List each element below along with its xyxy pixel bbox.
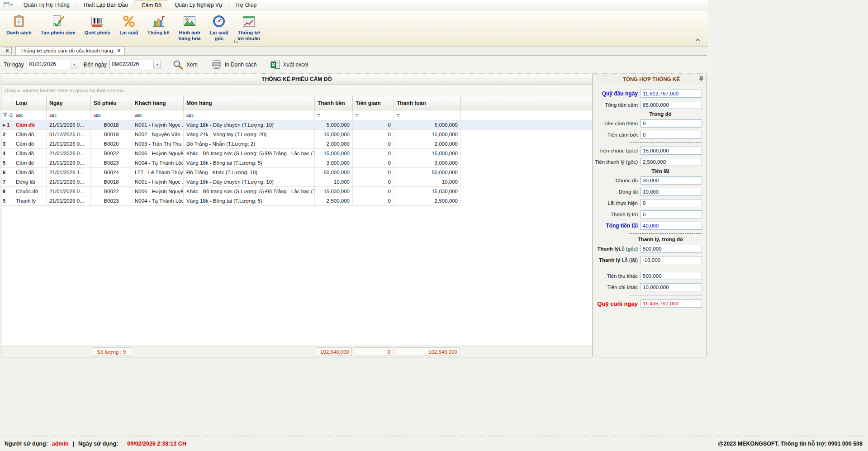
grid-title: THỐNG KÊ PHIẾU CẦM ĐỒ (1, 74, 592, 85)
filter-cell-ngay[interactable]: aBc (47, 110, 91, 120)
summary-field-value[interactable]: 0 (640, 210, 702, 218)
summary-field-label: Thanh lý lời (611, 212, 638, 217)
summary-field-value[interactable]: 11,512,757,000 (640, 90, 702, 98)
table-row[interactable]: 4Cầm đồ21/01/2026 0...B0022N006 - Huỳnh … (1, 149, 592, 158)
cell-so_phieu: B0024 (91, 168, 132, 177)
filter-cell-thanh_toan[interactable]: = (394, 110, 461, 120)
filter-cell-khach_hang[interactable]: aBc (132, 110, 184, 120)
copyright-text: @2023 MEKONGSOFT. Thông tin hỗ trợ: 0901… (718, 441, 863, 447)
ribbon-button-2[interactable]: Quét phiếu (81, 12, 114, 37)
table-row[interactable]: 8Chuộc đồ21/01/2026 0...B0022N006 - Huỳn… (1, 187, 592, 196)
from-date-input[interactable]: 01/01/2026 ▼ (27, 60, 78, 69)
auto-filter-row: -2aBcaBcaBcaBcaBc=== (1, 110, 592, 120)
column-header-ngay[interactable]: Ngày (47, 96, 91, 110)
filter-cell-tien_giam[interactable]: = (353, 110, 394, 120)
cell-filler (461, 120, 592, 130)
summary-field-value[interactable]: 2,500,000 (640, 158, 702, 166)
summary-field-value[interactable]: 0 (640, 131, 702, 139)
product-image-icon (182, 14, 197, 28)
statusbar-separator: | (73, 441, 75, 447)
ribbon-button-3[interactable]: Lãi suất (116, 12, 142, 37)
ribbon-collapse-button[interactable] (693, 37, 702, 43)
column-header-thanh_toan[interactable]: Thanh toán (394, 96, 461, 110)
summary-field-value[interactable]: 85,000,000 (640, 101, 702, 109)
column-header-tien_giam[interactable]: Tiền giảm (353, 96, 394, 110)
row-number: 6 (3, 170, 5, 175)
view-button[interactable]: Xem (171, 59, 199, 71)
menu-tab-3[interactable]: Quản Lý Nghiệp Vụ (168, 0, 229, 10)
pin-icon[interactable] (699, 76, 704, 81)
column-header-khach_hang[interactable]: Khách hàng (132, 96, 184, 110)
summary-field-value[interactable]: 10,000,000 (640, 283, 702, 291)
row-indicator: 8 (1, 187, 13, 196)
table-row[interactable]: 2Cầm đồ01/12/2025 0...B0019N002 - Nguyễn… (1, 130, 592, 139)
cell-thanh_toan: 2,500,000 (394, 196, 461, 206)
cell-khach_hang: N006 - Huỳnh Nguyễ... (132, 187, 184, 196)
cell-filler (461, 187, 592, 196)
dropdown-arrow-icon[interactable]: ▼ (153, 60, 161, 69)
summary-field-value[interactable]: 10,000 (640, 188, 702, 196)
filter-row-indicator: -2 (1, 110, 13, 120)
menu-tab-0[interactable]: Quản Trị Hệ Thống (17, 0, 76, 10)
document-tab[interactable]: Thống kê phiếu cầm đồ của khách hàng × (15, 46, 125, 55)
summary-field-value[interactable]: 40,000 (640, 222, 702, 230)
summary-field-value[interactable]: 500,000 (640, 272, 702, 280)
close-tab-icon[interactable]: × (118, 48, 121, 53)
cell-so_phieu: B0019 (91, 130, 132, 139)
table-row[interactable]: 7Đóng lãi21/01/2026 0...B0018N001 - Huỳn… (1, 177, 592, 187)
row-indicator: 5 (1, 158, 13, 168)
ribbon-button-6[interactable]: Lãi suất gốc (206, 12, 232, 43)
filter-cell-loai[interactable]: aBc (13, 110, 47, 120)
ribbon-button-7[interactable]: Thống kê lợi nhuận (234, 12, 264, 43)
ribbon-group-launcher[interactable] (233, 38, 239, 44)
summary-field-value[interactable]: 0 (640, 199, 702, 207)
menu-tab-1[interactable]: Thiết Lập Ban Đầu (76, 0, 135, 10)
summary-field: Thanh lýLỗ (lãi)-10,000 (596, 254, 707, 266)
filter-cell-so_phieu[interactable]: aBc (91, 110, 132, 120)
column-header-thanh_tien[interactable]: Thành tiền (315, 96, 353, 110)
menu-tab-2[interactable]: Cầm Đồ (135, 0, 168, 10)
summary-field-value[interactable]: 0 (640, 119, 702, 128)
cell-loai: Đóng lãi (13, 177, 47, 187)
ribbon-button-0[interactable]: Danh sách (3, 12, 35, 37)
summary-field-value[interactable]: 15,000,000 (640, 147, 702, 155)
row-indicator: 4 (1, 149, 13, 158)
table-row[interactable]: 5Cầm đồ21/01/2026 0...B0023N004 - Tạ Thà… (1, 158, 592, 168)
filter-cell-thanh_tien[interactable]: = (315, 110, 353, 120)
ribbon-button-4[interactable]: Thống kê (144, 12, 173, 37)
column-header-mon_hang[interactable]: Món hàng (184, 96, 315, 110)
to-date-input[interactable]: 09/02/2026 ▼ (109, 60, 161, 69)
column-header-so_phieu[interactable]: Số phiếu (91, 96, 132, 110)
summary-field-value[interactable]: -10,000 (640, 256, 702, 264)
ribbon-button-label: Quét phiếu (85, 30, 110, 36)
dashed-separator (596, 231, 707, 236)
filter-cell-mon_hang[interactable]: aBc (184, 110, 315, 120)
table-row[interactable]: ▶1Cầm đồ21/01/2026 0...B0018N001 - Huỳnh… (1, 120, 592, 130)
summary-panel-title: TỔNG HỢP THỐNG KÊ (623, 76, 680, 82)
ribbon-button-5[interactable]: Hình ảnh hàng hóa (175, 12, 204, 43)
window-menu-button[interactable] (0, 0, 17, 10)
export-excel-button[interactable]: Xuất excel (269, 59, 310, 70)
row-indicator: 7 (1, 177, 13, 187)
summary-field-value[interactable]: 30,000 (640, 176, 702, 185)
table-row[interactable]: 3Cầm đồ21/01/2026 0...B0020N003 - Trần T… (1, 139, 592, 149)
close-all-tabs-button[interactable]: × (3, 47, 12, 54)
table-row[interactable]: 9Thanh lý21/01/2026 0...B0023N004 - Tạ T… (1, 196, 592, 206)
summary-field-label: Tiền cầm bớt (607, 132, 638, 138)
summary-field-label: Đóng lãi (619, 189, 638, 195)
ribbon-button-label: Tạo phiếu cầm (41, 30, 76, 36)
print-button[interactable]: In Danh sách (209, 59, 259, 71)
ribbon-button-1[interactable]: Tạo phiếu cầm (37, 12, 79, 37)
cell-ngay: 21/01/2026 0... (47, 139, 91, 149)
column-header-loai[interactable]: Loại (13, 96, 47, 110)
summary-field-value[interactable]: 500,000 (640, 245, 702, 253)
menu-tab-4[interactable]: Trợ Giúp (229, 0, 263, 10)
app-window: Quản Trị Hệ ThốngThiết Lập Ban ĐầuCầm Đồ… (0, 0, 868, 451)
summary-section-header: Thanh lý, trong đó (596, 236, 707, 243)
dropdown-arrow-icon[interactable]: ▼ (71, 60, 78, 69)
row-indicator: 2 (1, 130, 13, 139)
summary-field-label: Tổng tiền lãi (606, 223, 638, 229)
summary-field-value[interactable]: 11,435,797,000 (640, 299, 702, 308)
summary-field-label: Quỹ đầu ngày (602, 90, 638, 97)
table-row[interactable]: 6Cầm đồ21/01/2026 1...B0024LTT - Lê Than… (1, 168, 592, 177)
